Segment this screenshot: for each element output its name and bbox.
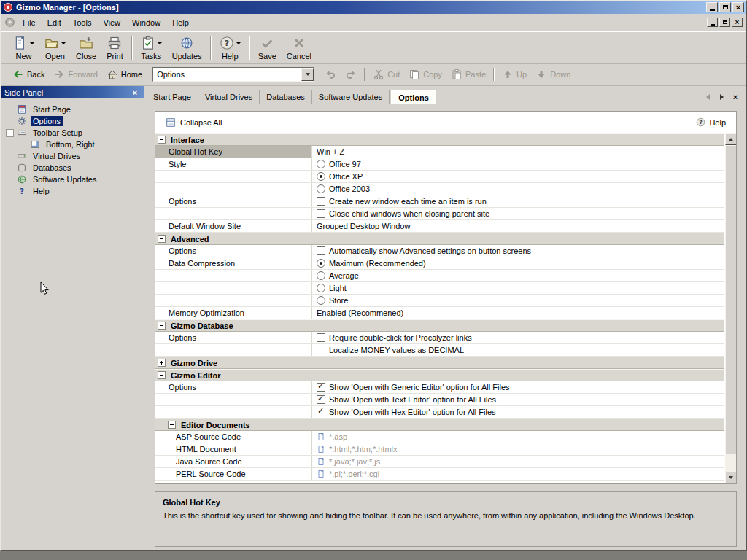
collapse-icon[interactable] — [168, 421, 176, 429]
property-value[interactable]: Win + Z — [312, 146, 724, 158]
sidebar-item-options[interactable]: Options — [1, 115, 144, 127]
checkbox-show-open-with-generic-editor-option-for-all-files[interactable] — [317, 383, 325, 392]
property-value[interactable]: *.html;*.htm;*.htmlx — [312, 443, 724, 455]
property-value[interactable]: Enabled (Recommened) — [312, 307, 724, 319]
checkbox-show-open-with-text-editor-option-for-all-files[interactable] — [317, 395, 325, 404]
radio-maximum-recommended[interactable] — [317, 259, 325, 268]
option-label[interactable]: Automatically show Advanced settings on … — [329, 246, 531, 255]
property-value[interactable]: *.asp — [312, 431, 724, 443]
tab-options[interactable]: Options — [391, 90, 436, 104]
property-value[interactable]: *.pl;*.perl;*.cgi — [312, 468, 724, 480]
property-name[interactable] — [155, 394, 312, 405]
copy-button[interactable]: Copy — [404, 66, 446, 82]
option-label[interactable]: Store — [329, 296, 348, 305]
scroll-up-button[interactable] — [725, 133, 736, 145]
property-name[interactable]: HTML Document — [155, 443, 312, 455]
tab-scroll-left-button[interactable] — [703, 92, 713, 102]
mdi-restore-button[interactable] — [719, 18, 730, 27]
open-button[interactable]: Open — [39, 34, 71, 62]
cancel-button[interactable]: Cancel — [282, 34, 317, 62]
section-advanced[interactable]: Advanced — [155, 233, 724, 245]
help-button[interactable]: ? Help — [696, 117, 726, 127]
new-button[interactable]: New — [8, 34, 39, 62]
dropdown-arrow-icon[interactable] — [30, 42, 34, 44]
property-name[interactable]: Options — [155, 381, 312, 393]
tab-start-page[interactable]: Start Page — [147, 90, 198, 104]
property-name[interactable] — [155, 270, 312, 281]
property-name[interactable]: Style — [155, 158, 312, 170]
section-editor-documents[interactable]: Editor Documents — [155, 419, 724, 431]
property-name[interactable]: ASP Source Code — [155, 431, 312, 443]
sidebar-item-virtual-drives[interactable]: Virtual Drives — [1, 150, 144, 162]
tasks-button[interactable]: Tasks — [136, 34, 167, 62]
property-name[interactable] — [155, 208, 312, 219]
section-gizmo-database[interactable]: Gizmo Database — [155, 319, 724, 332]
home-button[interactable]: Home — [102, 66, 147, 82]
property-value[interactable]: *.java;*.jav;*.js — [312, 456, 724, 467]
sidebar-item-help[interactable]: ?Help — [1, 185, 144, 197]
property-name[interactable] — [155, 406, 312, 418]
tab-scroll-right-button[interactable] — [716, 92, 727, 102]
print-button[interactable]: Print — [101, 34, 128, 62]
sidebar-item-start-page[interactable]: Start Page — [1, 104, 144, 115]
back-button[interactable]: Back — [8, 66, 49, 82]
option-label[interactable]: Create new window each time an item is r… — [329, 197, 487, 206]
option-label[interactable]: Office 2003 — [329, 184, 370, 193]
side-panel-close-button[interactable]: × — [130, 88, 140, 97]
expand-icon[interactable] — [158, 359, 166, 367]
menu-tools[interactable]: Tools — [67, 15, 98, 30]
property-name[interactable]: PERL Source Code — [155, 468, 312, 480]
property-name[interactable] — [155, 295, 312, 306]
vertical-scrollbar[interactable] — [724, 133, 736, 483]
option-label[interactable]: Show 'Open with Hex Editor' option for A… — [329, 408, 496, 416]
scroll-down-button[interactable] — [725, 472, 736, 483]
tab-virtual-drives[interactable]: Virtual Drives — [198, 90, 260, 104]
collapse-icon[interactable] — [158, 322, 166, 330]
property-name[interactable]: Memory Optimization — [155, 307, 312, 319]
tab-databases[interactable]: Databases — [260, 90, 312, 104]
menu-window[interactable]: Window — [126, 15, 166, 30]
property-name[interactable]: Java Source Code — [155, 456, 312, 467]
dropdown-arrow-icon[interactable] — [158, 42, 162, 44]
radio-average[interactable] — [317, 271, 325, 280]
address-combobox[interactable]: Options — [152, 67, 314, 82]
tab-close-button[interactable]: × — [730, 92, 740, 102]
radio-office-xp[interactable] — [317, 172, 325, 181]
mdi-close-button[interactable]: × — [732, 18, 743, 27]
cut-button[interactable]: Cut — [368, 66, 404, 82]
sidebar-item-toolbar-setup[interactable]: Toolbar Setup — [1, 127, 144, 139]
menu-help[interactable]: Help — [166, 15, 195, 30]
option-label[interactable]: Localize MONEY values as DECIMAL — [329, 346, 464, 354]
menu-file[interactable]: File — [17, 15, 42, 30]
property-name[interactable]: Data Compression — [155, 257, 312, 269]
property-name[interactable] — [155, 344, 312, 356]
scrollbar-thumb[interactable] — [725, 145, 736, 454]
property-name[interactable]: Options — [155, 195, 312, 207]
property-name[interactable] — [155, 183, 312, 195]
property-name[interactable] — [155, 282, 312, 294]
checkbox-require-double-click-for-procalyzer-links[interactable] — [317, 333, 325, 342]
option-label[interactable]: Close child windows when closing parent … — [329, 209, 489, 218]
property-value[interactable]: Grouped Desktop Window — [312, 220, 724, 232]
sidebar-item-bottom-right[interactable]: Bottom, Right — [1, 139, 144, 150]
radio-light[interactable] — [317, 284, 325, 292]
updates-button[interactable]: Updates — [167, 34, 207, 62]
collapse-all-button[interactable]: Collapse All — [166, 117, 222, 128]
property-name[interactable]: Options — [155, 332, 312, 343]
sidebar-item-software-updates[interactable]: Software Updates — [1, 174, 144, 185]
property-name[interactable] — [155, 171, 312, 182]
forward-button[interactable]: Forward — [49, 66, 101, 82]
sidebar-item-databases[interactable]: Databases — [1, 162, 144, 174]
help-button[interactable]: ?Help — [214, 34, 246, 62]
collapse-icon[interactable] — [158, 136, 166, 144]
mdi-minimize-button[interactable] — [707, 18, 718, 27]
checkbox-close-child-windows-when-closing-parent-site[interactable] — [317, 209, 325, 218]
checkbox-show-open-with-hex-editor-option-for-all-files[interactable] — [317, 408, 325, 416]
option-label[interactable]: Average — [329, 271, 359, 280]
collapse-icon[interactable] — [158, 235, 166, 243]
property-name[interactable]: Default Window Site — [155, 220, 312, 232]
dropdown-arrow-icon[interactable] — [236, 42, 241, 44]
up-button[interactable]: Up — [498, 66, 531, 82]
restore-button[interactable] — [719, 2, 731, 12]
menu-view[interactable]: View — [97, 15, 126, 30]
